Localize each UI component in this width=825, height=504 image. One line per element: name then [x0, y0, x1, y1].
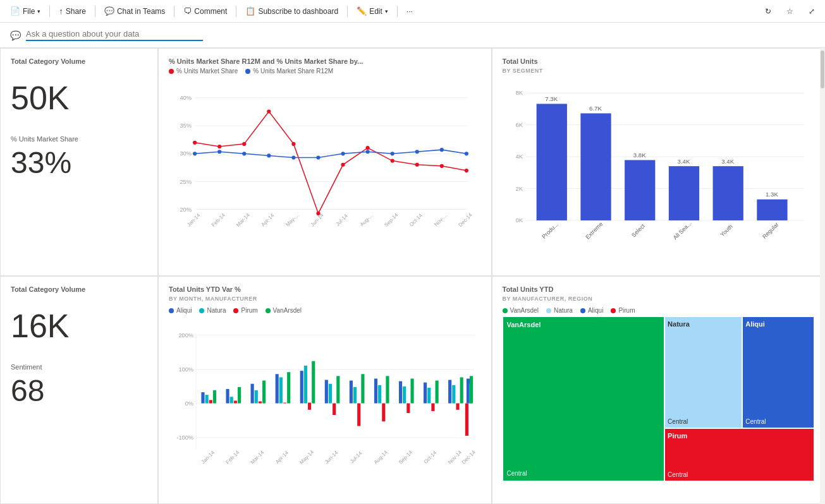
svg-rect-72: [312, 361, 315, 404]
legend-label-vanarsdel: VanArsdel: [273, 307, 302, 314]
svg-rect-91: [431, 404, 434, 411]
svg-rect-67: [283, 403, 286, 404]
svg-rect-71: [308, 403, 311, 410]
svg-text:30%: 30%: [180, 150, 192, 157]
svg-text:Aug-...: Aug-...: [359, 213, 374, 227]
fullscreen-button[interactable]: ⤢: [804, 4, 820, 18]
bar-chart-subtitle: BY SEGMENT: [503, 68, 815, 74]
dot-red-9: [415, 163, 419, 167]
chat-button[interactable]: 💬 Chat in Teams: [99, 4, 170, 18]
treemap-subtitle: BY MANUFACTURER, REGION: [503, 296, 815, 302]
svg-text:May-14: May-14: [298, 449, 315, 465]
svg-rect-58: [230, 397, 233, 403]
svg-text:Jun-14: Jun-14: [324, 450, 339, 465]
group-aug: [374, 376, 389, 421]
bar-chart-svg: 8K 6K 4K 2K 0K 7.3K 6.7K 3.8K 3.4K 3.4K …: [503, 79, 815, 263]
treemap-label-vanarsdel: VanArsdel: [507, 321, 661, 328]
svg-text:Sep-14: Sep-14: [383, 212, 399, 228]
treemap-label-natura: Natura: [668, 320, 690, 328]
group-apr: [276, 372, 291, 403]
kpi1-value: 50K: [11, 80, 147, 116]
svg-rect-77: [350, 381, 353, 404]
share-button[interactable]: ↑ Share: [54, 4, 91, 18]
sep3: [174, 6, 174, 17]
group-mar: [251, 381, 266, 404]
kpi2-value: 33%: [11, 145, 147, 180]
grouped-bar-svg: 200% 100% 0% -100%: [169, 316, 481, 484]
svg-rect-99: [465, 404, 468, 436]
svg-text:Jul-14: Jul-14: [349, 450, 363, 464]
edit-button[interactable]: ✏️ Edit ▾: [351, 4, 393, 18]
legend-label-blue: % Units Market Share R12M: [253, 68, 333, 75]
bar-chart-card: Total Units BY SEGMENT 8K 6K 4K 2K 0K 7.…: [492, 48, 826, 276]
group-oct: [424, 381, 439, 411]
svg-rect-60: [238, 387, 241, 404]
kpi4-value: 68: [11, 373, 147, 408]
svg-text:-100%: -100%: [176, 435, 193, 441]
svg-text:Apr-14: Apr-14: [274, 450, 290, 465]
treemap-aliqui: Aliqui Central: [742, 316, 814, 428]
dashboard: Total Category Volume 50K % Units Market…: [0, 48, 825, 504]
dot-red-3: [267, 109, 271, 113]
grouped-bar-title: Total Units YTD Var %: [169, 285, 481, 293]
svg-rect-95: [456, 404, 459, 410]
share-icon: ↑: [59, 6, 63, 16]
svg-text:Select: Select: [630, 222, 646, 238]
group-jan: [201, 390, 216, 404]
svg-text:6.7K: 6.7K: [589, 105, 602, 112]
qa-input[interactable]: [26, 29, 203, 41]
scroll-thumb[interactable]: [821, 51, 824, 88]
grouped-bar-subtitle: BY MONTH, MANUFACTURER: [169, 296, 481, 302]
sep1: [49, 6, 50, 17]
bar-2: [625, 160, 655, 220]
svg-text:Jan-14: Jan-14: [200, 450, 216, 465]
dot-red-7: [366, 146, 370, 150]
svg-text:Jul-14: Jul-14: [335, 213, 349, 227]
svg-rect-89: [424, 383, 427, 404]
svg-text:7.3K: 7.3K: [545, 95, 558, 102]
sep2: [95, 6, 95, 17]
svg-rect-92: [436, 381, 439, 404]
legend-dot-aliqui-t: [580, 308, 585, 313]
sep4: [236, 6, 236, 17]
sep6: [397, 6, 398, 17]
bar-3: [668, 166, 699, 220]
comment-button[interactable]: 🗨 Comment: [178, 4, 232, 18]
svg-rect-75: [333, 404, 336, 416]
line-red: [195, 111, 467, 213]
edit-chevron: ▾: [385, 8, 388, 15]
legend-pirum: Pirum: [233, 307, 257, 314]
toolbar: 📄 File ▾ ↑ Share 💬 Chat in Teams 🗨 Comme…: [0, 0, 825, 23]
comment-label: Comment: [194, 7, 227, 16]
legend-dot-red: [169, 69, 174, 74]
svg-rect-55: [209, 400, 212, 403]
file-icon: 📄: [10, 6, 20, 16]
refresh-button[interactable]: ↻: [760, 4, 776, 18]
treemap-sub-pirum: Central: [668, 471, 688, 478]
svg-rect-69: [300, 371, 303, 403]
svg-text:0K: 0K: [515, 217, 523, 224]
legend-dot-vanarsdel: [266, 308, 271, 313]
scrollbar[interactable]: [820, 48, 825, 504]
toolbar-right: ↻ ☆ ⤢: [760, 4, 820, 18]
subscribe-button[interactable]: 📋 Subscribe to dashboard: [240, 4, 343, 18]
more-button[interactable]: ···: [401, 4, 418, 18]
kpi2-title: % Units Market Share: [11, 135, 147, 143]
bar-1: [580, 113, 611, 220]
svg-rect-65: [276, 374, 279, 403]
svg-rect-82: [378, 385, 381, 404]
legend-vanarsdel-t: VanArsdel: [503, 307, 539, 314]
file-menu[interactable]: 📄 File ▾: [5, 4, 46, 18]
dot-red-10: [440, 164, 444, 168]
svg-rect-73: [325, 380, 328, 404]
svg-rect-62: [255, 390, 258, 404]
kpi4-title: Sentiment: [11, 363, 147, 371]
svg-rect-87: [406, 404, 410, 413]
legend-red: % Units Market Share: [169, 68, 238, 75]
group-jul: [350, 374, 365, 426]
favorite-button[interactable]: ☆: [781, 4, 798, 18]
group-may: [300, 361, 315, 410]
legend-aliqui-t: Aliqui: [580, 307, 603, 314]
svg-text:3.4K: 3.4K: [721, 158, 734, 165]
dot-blue-0: [193, 152, 197, 155]
